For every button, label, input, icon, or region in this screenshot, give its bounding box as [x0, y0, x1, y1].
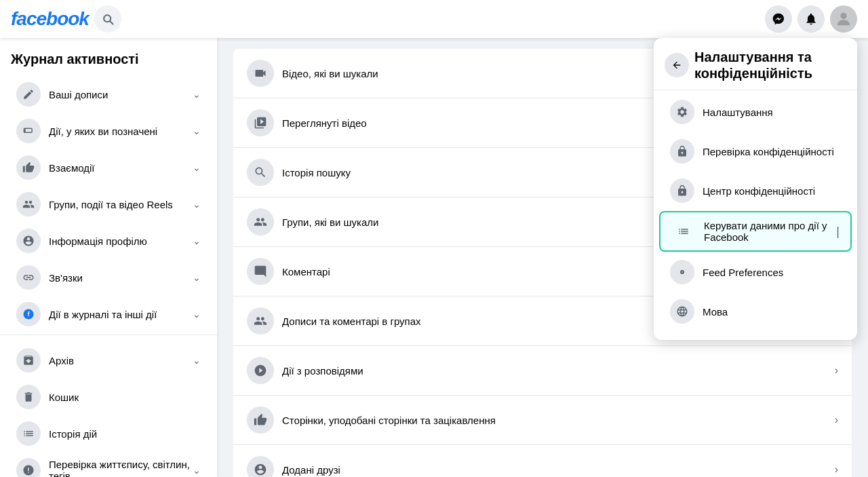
- dropdown-header: Налаштування та конфіденційність: [654, 46, 857, 90]
- stories-icon: [247, 357, 274, 384]
- added-friends-icon: [247, 456, 274, 477]
- user-avatar-button[interactable]: [830, 5, 857, 33]
- bell-icon: [804, 12, 818, 26]
- comments-label: Коментарі: [282, 266, 330, 278]
- nav-right: [765, 5, 857, 33]
- comments-icon: [247, 258, 274, 285]
- trash-icon: [16, 385, 41, 409]
- feed-prefs-icon: [670, 260, 694, 284]
- group-posts-label: Дописи та коментарі в групах: [282, 316, 421, 327]
- settings-icon: [670, 100, 694, 124]
- pages-icon: [247, 406, 274, 434]
- manage-data-icon: [671, 219, 696, 244]
- settings-label: Налаштування: [703, 107, 773, 118]
- chevron-icon: ⌄: [193, 162, 201, 173]
- sidebar-item-archive-label: Архів: [49, 355, 74, 366]
- sidebar-item-review-label: Перевірка життєпису, світлин, тегів: [49, 459, 193, 477]
- tagged-icon: [16, 119, 41, 143]
- language-icon: [670, 299, 694, 324]
- dropdown-item-privacy-center[interactable]: Центр конфіденційності: [659, 172, 852, 210]
- review-icon: [16, 458, 41, 477]
- searched-videos-icon: [247, 60, 274, 87]
- sidebar-item-profile-info-label: Інформація профілю: [49, 235, 147, 247]
- svg-point-0: [840, 13, 846, 19]
- dropdown-item-settings[interactable]: Налаштування: [659, 93, 852, 131]
- sidebar-item-your-posts[interactable]: Ваші дописи ⌄: [5, 77, 212, 112]
- search-history-label: Історія пошуку: [282, 167, 351, 178]
- privacy-center-label: Центр конфіденційності: [703, 185, 815, 197]
- sidebar-item-interactions[interactable]: Взаємодії ⌄: [5, 150, 212, 185]
- sidebar-item-connections-label: Зв'язки: [49, 272, 83, 284]
- notifications-button[interactable]: [797, 5, 825, 33]
- sidebar-item-action-history-label: Історія дій: [49, 428, 97, 440]
- sidebar-item-interactions-label: Взаємодії: [49, 162, 94, 174]
- settings-dropdown: Налаштування та конфіденційність Налашту…: [654, 38, 857, 340]
- activity-item-added-friends[interactable]: Додані друзі ›: [233, 445, 852, 477]
- chevron-icon: ⌄: [193, 199, 201, 210]
- groups-icon: [16, 192, 41, 216]
- manage-data-label: Керувати даними про дії у Facebook: [704, 220, 828, 243]
- pages-chevron: ›: [835, 414, 838, 426]
- search-history-icon: [247, 159, 274, 186]
- added-friends-label: Додані друзі: [282, 464, 340, 476]
- chevron-icon: ⌄: [193, 89, 201, 100]
- sidebar-item-connections[interactable]: Зв'язки ⌄: [5, 260, 212, 295]
- activity-item-stories[interactable]: Дії з розповідями ›: [233, 346, 852, 396]
- nav-left: facebook: [11, 5, 121, 33]
- feed-prefs-label: Feed Preferences: [703, 267, 783, 278]
- chevron-icon: ⌄: [193, 355, 201, 366]
- chevron-icon: ⌄: [193, 465, 201, 476]
- search-icon: [101, 12, 115, 26]
- watched-videos-icon: [247, 109, 274, 136]
- sidebar-item-trash-label: Кошик: [49, 392, 79, 403]
- dropdown-item-privacy-check[interactable]: Перевірка конфіденційності: [659, 132, 852, 170]
- search-button[interactable]: [94, 5, 121, 33]
- svg-point-16: [682, 271, 683, 273]
- privacy-check-label: Перевірка конфіденційності: [703, 146, 834, 157]
- group-posts-icon: [247, 307, 274, 335]
- sidebar-item-groups-label: Групи, події та відео Reels: [49, 199, 173, 210]
- facebook-logo: facebook: [11, 8, 89, 30]
- sidebar-item-tagged-label: Дії, у яких ви позначені: [49, 126, 157, 137]
- pages-label: Сторінки, уподобані сторінки та зацікавл…: [282, 415, 496, 426]
- privacy-center-icon: [670, 178, 694, 203]
- language-label: Мова: [703, 306, 728, 318]
- messenger-icon: [772, 12, 785, 26]
- sidebar-item-profile-info[interactable]: Інформація профілю ⌄: [5, 223, 212, 259]
- dropdown-item-language[interactable]: Мова: [659, 292, 852, 330]
- sidebar-item-log-actions-label: Дії в журналі та інші дії: [49, 309, 157, 320]
- interactions-icon: [16, 155, 41, 180]
- top-navigation: facebook: [0, 0, 868, 38]
- sidebar-item-log-actions[interactable]: f Дії в журналі та інші дії ⌄: [5, 297, 212, 332]
- sidebar-item-trash[interactable]: Кошик: [5, 379, 212, 415]
- profile-info-icon: [16, 229, 41, 253]
- dropdown-back-button[interactable]: [665, 53, 689, 77]
- sidebar-title: Журнал активності: [0, 46, 217, 75]
- connections-icon: [16, 265, 41, 290]
- action-history-icon: [16, 421, 41, 446]
- sidebar-item-action-history[interactable]: Історія дій: [5, 416, 212, 451]
- sidebar-item-groups[interactable]: Групи, події та відео Reels ⌄: [5, 187, 212, 222]
- searched-groups-icon: [247, 208, 274, 235]
- left-sidebar: Журнал активності Ваші дописи ⌄ Дії, у я…: [0, 38, 217, 477]
- activity-item-pages[interactable]: Сторінки, уподобані сторінки та зацікавл…: [233, 396, 852, 445]
- searched-videos-label: Відео, які ви шукали: [282, 68, 378, 79]
- sidebar-item-your-posts-label: Ваші дописи: [49, 89, 108, 100]
- sidebar-item-review[interactable]: Перевірка життєпису, світлин, тегів ⌄: [5, 453, 212, 477]
- chevron-icon: ⌄: [193, 309, 201, 320]
- dropdown-item-manage-data[interactable]: Керувати даними про дії у Facebook |: [659, 211, 852, 252]
- divider: [0, 335, 217, 340]
- sidebar-item-tagged[interactable]: Дії, у яких ви позначені ⌄: [5, 113, 212, 149]
- dropdown-item-feed-prefs[interactable]: Feed Preferences: [659, 253, 852, 291]
- svg-text:f: f: [28, 311, 30, 318]
- messenger-button[interactable]: [765, 5, 792, 33]
- avatar-icon: [834, 9, 853, 28]
- archive-icon: [16, 348, 41, 373]
- your-posts-icon: [16, 82, 41, 107]
- added-friends-chevron: ›: [835, 463, 838, 476]
- chevron-icon: ⌄: [193, 235, 201, 246]
- back-arrow-icon: [671, 60, 682, 71]
- sidebar-item-archive[interactable]: Архів ⌄: [5, 343, 212, 378]
- chevron-icon: ⌄: [193, 126, 201, 136]
- log-actions-icon: f: [16, 302, 41, 326]
